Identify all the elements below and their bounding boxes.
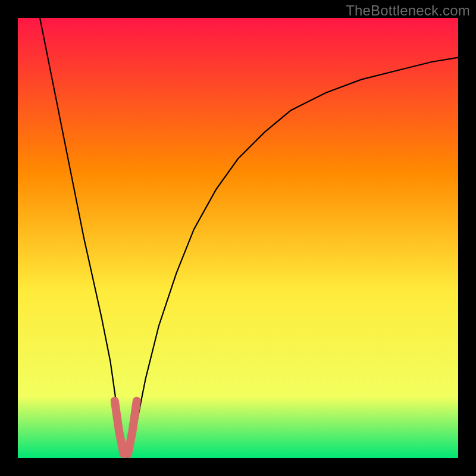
chart-stage: TheBottleneck.com <box>0 0 476 476</box>
bottleneck-chart <box>0 0 476 476</box>
watermark-text: TheBottleneck.com <box>346 2 470 19</box>
